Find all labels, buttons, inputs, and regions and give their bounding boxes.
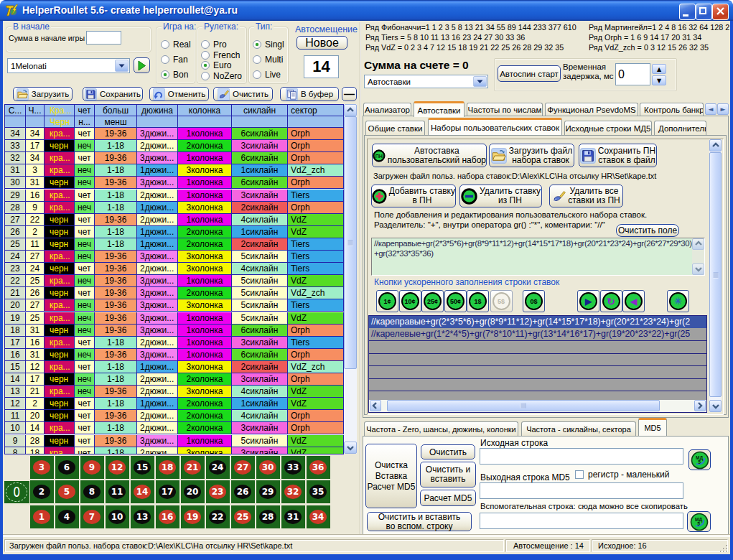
freq-tab-0[interactable]: Частота - Zero, шансы, дюжины, колонки (364, 421, 518, 436)
toolbar-buffer-button[interactable]: В буфер (280, 87, 339, 101)
edit-scroll-down[interactable] (692, 263, 704, 275)
radio-live[interactable]: Live (253, 70, 286, 79)
toolbar-minus-button[interactable]: — (342, 87, 357, 101)
board-cell-18[interactable]: 18 (156, 456, 179, 479)
md5-src-input[interactable] (480, 448, 683, 465)
main-tab-4[interactable]: Контроль банкролла (640, 103, 704, 116)
main-tab-3[interactable]: Функционал PsevdoMS (545, 103, 638, 116)
resize-grip[interactable] (719, 544, 729, 554)
board-cell-4[interactable]: 4 (55, 505, 79, 528)
board-cell-36[interactable]: 36 (307, 456, 330, 479)
table-scroll-down[interactable] (344, 442, 357, 454)
toolbar-load-button[interactable]: Загрузить (13, 87, 73, 101)
run-preset-button[interactable] (134, 57, 150, 73)
edit-scrollbar[interactable] (692, 238, 704, 275)
edit-scroll-up[interactable] (692, 238, 704, 250)
md5-clear-paste-button[interactable]: Очистить ивставить (420, 462, 476, 487)
board-cell-12[interactable]: 12 (106, 456, 129, 479)
radio-singl[interactable]: Singl (253, 39, 286, 49)
board-cell-21[interactable]: 21 (181, 456, 205, 479)
board-cell-23[interactable]: 23 (206, 480, 230, 503)
list-item[interactable]: //карелевые+gr(1*2*4*5)+gr(7*8*10*11)+gr… (369, 328, 707, 340)
main-tab-2[interactable]: Частоты по числам (467, 103, 543, 116)
board-cell-31[interactable]: 31 (281, 505, 305, 528)
tab-scroll-left[interactable]: ◄ (705, 103, 716, 115)
board-cell-19[interactable]: 19 (181, 505, 205, 528)
minimize-button[interactable] (679, 4, 696, 20)
md5-calc-button[interactable]: Расчет MD5 (420, 490, 476, 506)
list-scroll-thumb[interactable] (387, 400, 660, 411)
table-scrollbar[interactable] (344, 104, 357, 454)
chip-repeat-8[interactable]: ↻ (600, 290, 622, 312)
board-cell-8[interactable]: 8 (80, 480, 104, 503)
board-cell-25[interactable]: 25 (231, 505, 255, 528)
board-cell-16[interactable]: 16 (156, 505, 179, 528)
delay-input[interactable]: 0 (615, 63, 650, 85)
board-cell-2[interactable]: 2 (30, 480, 54, 503)
add-bet-button[interactable]: Добавить ставкув ПН (371, 185, 456, 207)
md5-aux-input[interactable] (480, 513, 683, 529)
chip-cross-10[interactable]: ✳ (667, 290, 689, 312)
board-cell-20[interactable]: 20 (181, 480, 205, 503)
sets-scroll-down[interactable] (709, 400, 722, 412)
toolbar-clear-button[interactable]: Очистить (213, 87, 273, 101)
md5-clear-button[interactable]: Очистить (421, 444, 475, 459)
board-cell-14[interactable]: 14 (131, 480, 154, 503)
board-cell-30[interactable]: 30 (256, 456, 280, 479)
list-scroll-left[interactable] (370, 400, 381, 411)
autobets-combo[interactable]: Автоставки (364, 75, 488, 88)
start-sum-input[interactable] (86, 31, 121, 45)
radio-bon[interactable]: Bon (161, 70, 192, 79)
md5-src-orb-button[interactable]: МД5 (688, 449, 711, 470)
main-tab-1[interactable]: Автоставки (414, 101, 464, 117)
freq-tab-2[interactable]: MD5 (638, 418, 667, 436)
board-cell-33[interactable]: 33 (281, 456, 305, 479)
board-cell-9[interactable]: 9 (80, 456, 104, 479)
sub-tab-1[interactable]: Наборы пользовательских ставок (428, 118, 562, 135)
radio-multi[interactable]: Multi (253, 55, 286, 64)
toolbar-save-button[interactable]: Сохранить (83, 87, 143, 101)
table-scroll-thumb[interactable] (344, 116, 357, 369)
board-cell-29[interactable]: 29 (256, 480, 280, 503)
board-cell-10[interactable]: 10 (106, 505, 129, 528)
clear-field-button[interactable]: Очистить поле (616, 224, 679, 237)
md5-clear-paste-calc-button[interactable]: ОчисткаВставкаРасчет MD5 (365, 444, 417, 508)
autobets-combo-dropdown[interactable] (473, 76, 487, 87)
board-cell-27[interactable]: 27 (231, 456, 255, 479)
board-cell-7[interactable]: 7 (80, 505, 104, 528)
board-cell-26[interactable]: 26 (231, 480, 255, 503)
board-cell-22[interactable]: 22 (206, 505, 230, 528)
chip-coin-2[interactable]: 25¢ (421, 290, 444, 312)
board-cell-11[interactable]: 11 (106, 480, 129, 503)
sets-scroll-thumb[interactable] (709, 152, 722, 397)
autobet-pn-button[interactable]: ПНАвтоставкапользовательский набор (372, 144, 487, 167)
radio-pro[interactable]: Pro (201, 39, 244, 49)
chip-coin-6[interactable]: 0$ (523, 290, 545, 312)
board-cell-17[interactable]: 17 (156, 480, 179, 503)
freq-tab-1[interactable]: Частота - сиклайны, сектора (521, 421, 636, 436)
preset-combo-dropdown[interactable] (115, 60, 129, 72)
radio-nozero[interactable]: NoZero (201, 71, 244, 80)
md5-case-checkbox-row[interactable]: регистр - маленький (575, 470, 676, 480)
close-button[interactable] (712, 4, 729, 20)
delay-spin-up[interactable]: ▲ (652, 64, 666, 74)
radio-fan[interactable]: Fan (161, 55, 192, 64)
delay-spin-down[interactable]: ▼ (652, 75, 666, 85)
md5-out-input[interactable] (480, 482, 683, 499)
main-tab-0[interactable]: Анализатор (363, 103, 411, 116)
preset-combo[interactable]: 1Melonati (7, 58, 130, 73)
board-cell-15[interactable]: 15 (131, 456, 154, 479)
load-set-file-button[interactable]: Загрузить файлнабора ставок (489, 144, 574, 167)
bets-listbox[interactable]: //кареправые+gr(2*3*5*6)+gr(8*9*11*12)+g… (368, 315, 707, 413)
bets-edit-area[interactable]: //кареправые+gr(2*3*5*6)+gr(8*9*11*12)+g… (371, 238, 705, 276)
board-cell-35[interactable]: 35 (307, 480, 330, 503)
board-cell-32[interactable]: 32 (281, 480, 305, 503)
board-cell-24[interactable]: 24 (206, 456, 230, 479)
sub-tab-3[interactable]: Дополнительные (654, 121, 706, 135)
save-set-file-button[interactable]: Сохранить ПНставок в файл (579, 144, 657, 167)
board-cell-28[interactable]: 28 (256, 505, 280, 528)
tab-scroll-right[interactable]: ► (717, 103, 729, 115)
sub-tab-0[interactable]: Общие ставки (365, 121, 425, 135)
remove-all-bets-button[interactable]: Удалить всеставки из ПН (549, 185, 623, 207)
board-cell-3[interactable]: 3 (30, 456, 54, 479)
